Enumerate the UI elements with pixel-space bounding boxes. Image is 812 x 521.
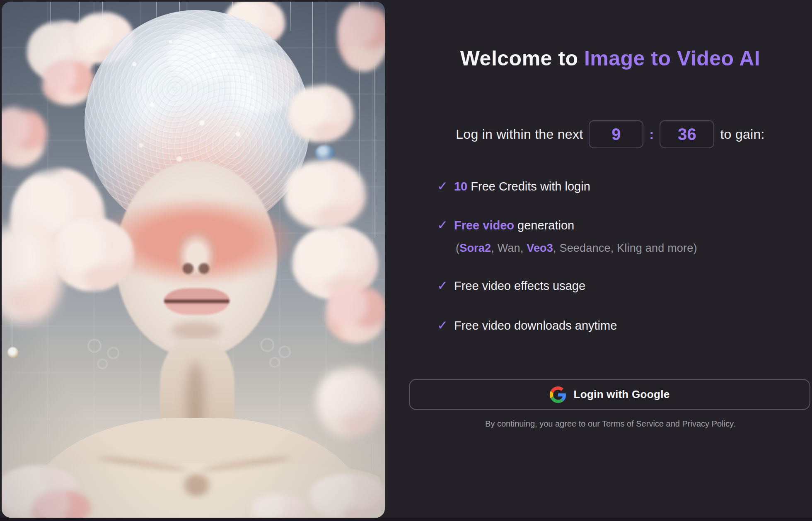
login-with-google-button[interactable]: Login with Google: [409, 379, 810, 410]
benefit-item-credits: ✓ 10 Free Credits with login: [437, 180, 590, 193]
hero-image: [2, 2, 385, 518]
countdown-tail-text: to gain:: [720, 127, 764, 142]
benefit-text: 10 Free Credits with login: [454, 180, 590, 193]
page-title: Welcome to Image to Video AI: [410, 46, 810, 70]
countdown-colon: :: [649, 127, 654, 142]
login-page: Welcome to Image to Video AI Log in with…: [0, 0, 812, 521]
model-veo3: Veo3: [527, 242, 553, 254]
check-icon: ✓: [437, 180, 448, 193]
countdown-minutes: 9: [589, 120, 643, 148]
check-icon: ✓: [437, 219, 448, 232]
google-icon: [550, 386, 566, 403]
benefit-item-effects: ✓ Free video effects usage: [437, 279, 585, 293]
benefit-item-downloads: ✓ Free video downloads anytime: [437, 319, 617, 333]
benefit-text: Free video downloads anytime: [454, 319, 617, 333]
title-prefix: Welcome to: [460, 47, 584, 70]
countdown-row: Log in within the next 9 : 36 to gain:: [410, 119, 810, 149]
bottom-edge: [0, 518, 812, 521]
benefit-text: Free video effects usage: [454, 279, 585, 293]
benefit-text: Free video generation: [454, 219, 574, 232]
check-icon: ✓: [437, 319, 448, 333]
login-button-label: Login with Google: [574, 388, 670, 401]
check-icon: ✓: [437, 279, 448, 293]
terms-text: By continuing, you agree to our Terms of…: [410, 419, 810, 429]
vignette: [2, 2, 385, 518]
benefit-item-generation: ✓ Free video generation: [437, 219, 574, 232]
title-highlight: Image to Video AI: [584, 47, 760, 70]
countdown-lead-text: Log in within the next: [456, 127, 583, 142]
countdown-seconds: 36: [660, 120, 714, 148]
model-sora2: Sora2: [459, 242, 491, 254]
benefit-models-note: (Sora2, Wan, Veo3, Seedance, Kling and m…: [456, 242, 697, 255]
